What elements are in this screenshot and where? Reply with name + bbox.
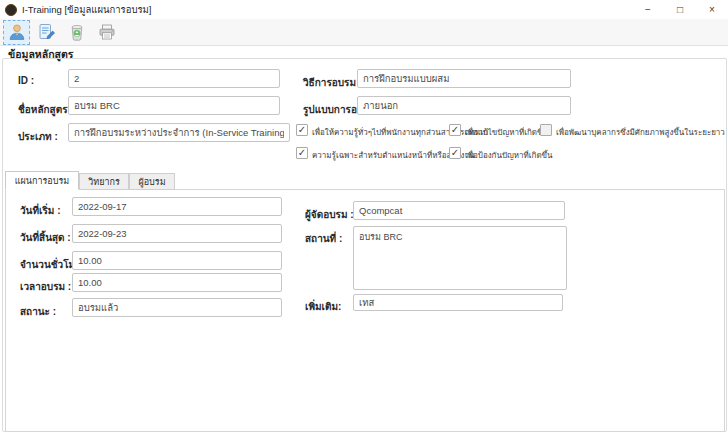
- end-date-label: วันที่สิ้นสุด :: [20, 230, 71, 245]
- objective-develop-personnel-label: เพื่อพัฒนาบุคลากรซึ่งมีศักยภาพสูงขึ้นในร…: [556, 126, 725, 139]
- objective-prevent-problems-checkbox[interactable]: ✓: [449, 147, 461, 159]
- course-name-input[interactable]: [68, 96, 280, 115]
- start-date-label: วันที่เริ่ม :: [20, 203, 61, 218]
- printer-icon: [97, 22, 117, 42]
- maximize-button[interactable]: □: [664, 0, 696, 19]
- objective-prevent-problems-label: เพื่อป้องกันปัญหาที่เกิดขึ้น: [465, 149, 553, 162]
- status-label: สถานะ :: [20, 304, 56, 319]
- toolbar-user-button[interactable]: [3, 20, 30, 45]
- title-bar: I-Training [ข้อมูลแผนการอบรม] − □ ×: [0, 0, 728, 19]
- objective-general-knowledge-label: เพื่อให้ความรู้ทั่วๆไปที่พนักงานทุกส่วนส…: [312, 126, 488, 139]
- note-input[interactable]: [353, 294, 563, 311]
- edit-document-icon: [37, 22, 57, 42]
- hours-input[interactable]: [72, 251, 282, 270]
- note-label: เพิ่มเติม:: [305, 299, 341, 314]
- close-button[interactable]: ×: [696, 0, 728, 19]
- course-name-label: ชื่อหลักสูตร :: [18, 102, 74, 117]
- status-input[interactable]: [72, 298, 282, 317]
- location-textarea[interactable]: อบรม BRC: [353, 226, 567, 290]
- course-type-label: ประเภท :: [18, 129, 58, 144]
- tab-instructor[interactable]: วิทยากร: [79, 173, 129, 190]
- tab-trainees[interactable]: ผู้อบรม: [129, 173, 175, 190]
- id-label: ID :: [18, 75, 34, 86]
- toolbar-edit-button[interactable]: [33, 20, 60, 45]
- objective-fix-problems-checkbox[interactable]: ✓: [449, 124, 461, 136]
- tab-training-plan[interactable]: แผนการอบรม: [5, 171, 79, 190]
- toolbar: [0, 19, 728, 46]
- id-input[interactable]: [68, 69, 280, 88]
- app-icon: [5, 4, 17, 16]
- toolbar-print-button[interactable]: [93, 20, 120, 45]
- toolbar-delete-button[interactable]: [63, 20, 90, 45]
- objective-develop-personnel-checkbox[interactable]: [540, 124, 552, 136]
- recycle-bin-icon: [67, 22, 87, 42]
- user-icon: [7, 22, 27, 42]
- window-controls: − □ ×: [632, 0, 728, 19]
- start-date-input[interactable]: [72, 197, 282, 216]
- training-time-label: เวลาอบรม :: [20, 279, 71, 294]
- training-time-input[interactable]: [72, 273, 282, 292]
- organizer-input[interactable]: [353, 201, 565, 220]
- minimize-button[interactable]: −: [632, 0, 664, 19]
- objective-position-knowledge-checkbox[interactable]: ✓: [296, 147, 308, 159]
- training-format-input[interactable]: [357, 96, 571, 115]
- window-title: I-Training [ข้อมูลแผนการอบรม]: [22, 2, 151, 17]
- app-window: I-Training [ข้อมูลแผนการอบรม] − □ ×: [0, 0, 728, 435]
- objective-fix-problems-label: เพื่อแก้ไขปัญหาที่เกิดขึ้น: [465, 126, 548, 139]
- location-label: สถานที่ :: [305, 231, 342, 246]
- end-date-input[interactable]: [72, 224, 282, 243]
- training-method-label: วิธีการอบรม :: [303, 75, 362, 90]
- objective-general-knowledge-checkbox[interactable]: ✓: [296, 124, 308, 136]
- organizer-label: ผู้จัดอบรม :: [305, 207, 354, 222]
- training-method-input[interactable]: [357, 69, 571, 88]
- course-type-input[interactable]: [68, 123, 290, 142]
